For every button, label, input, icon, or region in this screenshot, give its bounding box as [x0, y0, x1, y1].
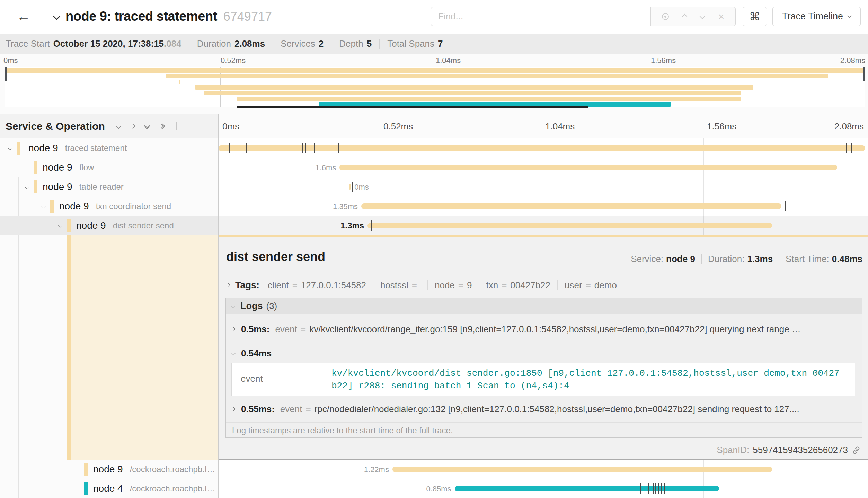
log-row-1-header[interactable]: 0.54ms	[226, 344, 862, 363]
services-value: 2	[319, 38, 324, 49]
operation-name: /cockroach.roachpb.I…	[130, 464, 215, 474]
timeline-row-flow[interactable]: 1.6ms	[218, 158, 868, 177]
log-marker-tick	[458, 483, 458, 494]
log-marker-tick	[655, 483, 656, 494]
span-id-value: 5597415943526560273	[753, 445, 848, 455]
minimap-scroll-indicator[interactable]	[237, 106, 588, 108]
span-duration-bar[interactable]	[349, 184, 351, 190]
span-row-node9-grpc[interactable]: node 9 /cockroach.roachpb.I…	[0, 460, 218, 479]
prev-match-icon[interactable]	[682, 14, 688, 19]
span-detail-stats: Service: node 9 Duration: 1.3ms Start Ti…	[631, 254, 862, 264]
log-expand-chevron-icon[interactable]	[231, 407, 235, 411]
log-marker-tick	[851, 143, 852, 153]
log-marker-tick	[238, 143, 238, 153]
minimap-tick-4: 2.08ms	[840, 56, 865, 65]
logs-header[interactable]: Logs (3)	[226, 298, 862, 314]
collapse-trace-chevron-icon[interactable]	[53, 13, 60, 20]
header-divider	[47, 0, 47, 33]
timeline-row-dist-sender-send[interactable]: 1.3ms	[218, 216, 868, 235]
timeline-row-traced-statement[interactable]	[218, 138, 868, 158]
row-collapse-chevron-icon[interactable]	[25, 184, 29, 189]
log-marker-tick	[664, 483, 665, 494]
span-row-node4-grpc[interactable]: node 4 /cockroach.roachpb.I…	[0, 479, 218, 498]
log-marker-tick	[348, 162, 348, 173]
indent-guide	[36, 197, 36, 498]
detail-divider	[226, 275, 862, 275]
minimap-tick-2: 1.04ms	[436, 56, 461, 65]
keyboard-shortcuts-button[interactable]: ⌘	[743, 7, 767, 26]
logs-collapse-chevron-icon[interactable]	[231, 304, 234, 308]
log-row-0[interactable]: 0.5ms: event = kv/kvclient/kvcoord/range…	[226, 314, 862, 344]
minimap-canvas[interactable]	[5, 67, 865, 107]
tags-row[interactable]: Tags: client=127.0.0.1:54582 hostssl= no…	[227, 278, 862, 292]
timeline-tick-0: 0ms	[222, 121, 239, 132]
clear-search-icon[interactable]: ×	[718, 11, 724, 22]
span-row-flow[interactable]: node 9 flow	[0, 158, 218, 177]
trace-summary-bar: Trace Start October 15 2020, 17:38:15.08…	[0, 34, 868, 54]
tag-node: node=9	[435, 280, 472, 291]
logs-count: (3)	[266, 301, 277, 311]
row-collapse-chevron-icon[interactable]	[58, 223, 62, 228]
timeline-tick-3: 1.56ms	[707, 121, 736, 132]
timeline-tick-1: 0.52ms	[383, 121, 413, 132]
log-marker-tick	[388, 220, 388, 231]
collapse-all-icon[interactable]	[116, 124, 122, 129]
log-marker-tick	[242, 143, 242, 153]
next-match-icon[interactable]	[700, 14, 705, 19]
column-resize-handle[interactable]	[174, 122, 177, 130]
trace-view-label: Trace Timeline	[782, 11, 843, 22]
trace-start-millis: .084	[164, 38, 181, 49]
row-collapse-chevron-icon[interactable]	[41, 204, 46, 208]
span-duration-bar[interactable]	[392, 467, 772, 472]
expand-one-icon[interactable]	[130, 124, 136, 129]
log-marker-tick	[318, 143, 318, 153]
timeline-row-table-reader[interactable]: 0ms	[218, 177, 868, 197]
span-duration-label: 0.85ms	[426, 485, 451, 494]
log-marker-tick	[258, 143, 258, 153]
trace-start-label: Trace Start	[6, 38, 50, 49]
span-row-dist-sender-send[interactable]: node 9 dist sender send	[0, 216, 218, 235]
log-marker-tick	[302, 143, 303, 153]
log-marker-tick	[371, 220, 372, 231]
find-controls: ×	[650, 7, 736, 26]
focus-match-icon[interactable]	[662, 13, 669, 20]
starttime-stat-label: Start Time:	[786, 254, 829, 264]
copy-link-icon[interactable]	[851, 445, 861, 455]
log-timestamp: 0.55ms:	[241, 404, 275, 415]
service-operation-title: Service & Operation	[6, 120, 105, 132]
operation-name: /cockroach.roachpb.I…	[130, 484, 215, 494]
trace-view-select[interactable]: Trace Timeline	[772, 7, 861, 26]
tag-hostssl: hostssl=	[380, 280, 420, 291]
tags-expand-chevron-icon[interactable]	[226, 283, 230, 287]
minimap-right-drag-handle[interactable]	[863, 67, 865, 81]
log-expand-chevron-icon[interactable]	[231, 327, 235, 331]
minimap-span-bar	[179, 80, 180, 84]
span-duration-bar[interactable]	[455, 486, 719, 491]
timeline-row-node9-grpc[interactable]: 1.22ms	[218, 460, 868, 479]
span-duration-label: 1.22ms	[364, 465, 389, 474]
span-duration-bar[interactable]	[218, 145, 865, 151]
log-value: rpc/nodedialer/nodedialer.go:132 [n9,cli…	[315, 404, 799, 415]
collapse-deep-icon[interactable]	[145, 124, 149, 129]
timeline-row-node4-grpc[interactable]: 0.85ms	[218, 479, 868, 498]
span-duration-bar[interactable]	[339, 165, 837, 170]
find-input[interactable]	[431, 7, 650, 26]
span-row-table-reader[interactable]: node 9 table reader	[0, 177, 218, 197]
span-duration-bar[interactable]	[361, 203, 781, 209]
log-collapse-chevron-icon[interactable]	[231, 351, 235, 355]
expand-all-icon[interactable]	[159, 124, 165, 128]
span-row-traced-statement[interactable]: node 9 traced statement	[0, 138, 218, 158]
log-key: event	[280, 404, 302, 415]
timeline-tick-2: 1.04ms	[545, 121, 575, 132]
row-collapse-chevron-icon[interactable]	[8, 146, 12, 150]
back-button[interactable]: ←	[8, 0, 39, 33]
minimap-left-drag-handle[interactable]	[5, 67, 7, 81]
log-row-2[interactable]: 0.55ms: event = rpc/nodedialer/nodediale…	[226, 396, 862, 422]
log-key: event	[275, 324, 297, 335]
panel-divider[interactable]	[218, 114, 219, 498]
span-row-txn-coordinator-send[interactable]: node 9 txn coordinator send	[0, 197, 218, 216]
span-duration-bar[interactable]	[367, 223, 772, 228]
span-detail-title: dist sender send	[226, 250, 325, 264]
timeline-row-txn-coordinator-send[interactable]: 1.35ms	[218, 197, 868, 216]
timeline-tick-4: 2.08ms	[834, 121, 864, 132]
